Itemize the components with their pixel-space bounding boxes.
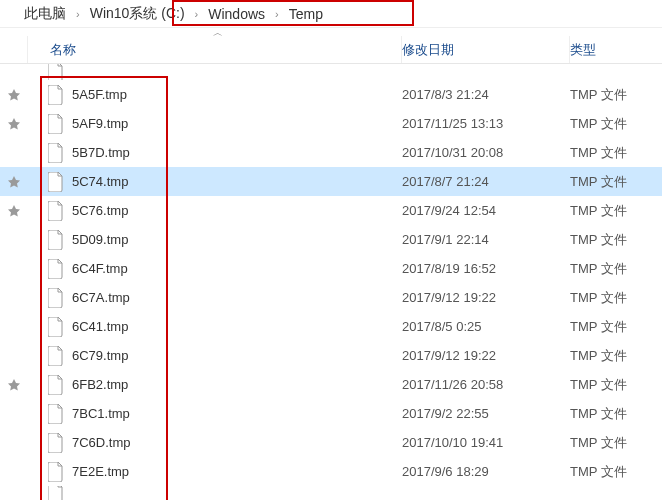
file-date: 2017/9/2 22:55: [402, 406, 570, 421]
pin-icon: [8, 379, 20, 391]
file-type: TMP 文件: [570, 144, 662, 162]
breadcrumb-item[interactable]: 此电脑: [20, 5, 70, 23]
file-date: 2017/8/19 16:52: [402, 261, 570, 276]
file-icon: [48, 375, 64, 395]
file-list: 5A5F.tmp2017/8/3 21:24TMP 文件5AF9.tmp2017…: [0, 64, 662, 500]
file-row[interactable]: [0, 64, 662, 80]
file-row[interactable]: 7BC1.tmp2017/9/2 22:55TMP 文件: [0, 399, 662, 428]
file-type: TMP 文件: [570, 86, 662, 104]
pin-icon: [8, 176, 20, 188]
file-date: 2017/11/26 20:58: [402, 377, 570, 392]
file-type: TMP 文件: [570, 231, 662, 249]
chevron-right-icon: ›: [70, 8, 86, 20]
pin-icon: [8, 205, 20, 217]
file-name: 5D09.tmp: [72, 232, 128, 247]
file-type: TMP 文件: [570, 376, 662, 394]
breadcrumb-item[interactable]: Win10系统 (C:): [86, 5, 189, 23]
file-name: 6FB2.tmp: [72, 377, 128, 392]
column-headers: 名称 修改日期 类型: [0, 36, 662, 64]
file-name: 7BC1.tmp: [72, 406, 130, 421]
file-date: 2017/9/24 12:54: [402, 203, 570, 218]
file-icon: [48, 259, 64, 279]
toolbar-spacer: ︿: [0, 28, 662, 36]
file-icon: [48, 486, 64, 500]
file-row[interactable]: 7C6D.tmp2017/10/10 19:41TMP 文件: [0, 428, 662, 457]
breadcrumb-item[interactable]: Temp: [285, 6, 327, 22]
chevron-up-icon: ︿: [213, 26, 223, 40]
file-type: TMP 文件: [570, 289, 662, 307]
file-row[interactable]: 6FB2.tmp2017/11/26 20:58TMP 文件: [0, 370, 662, 399]
file-name: 6C4F.tmp: [72, 261, 128, 276]
file-row[interactable]: [0, 486, 662, 500]
file-name: 6C41.tmp: [72, 319, 128, 334]
file-name: 5AF9.tmp: [72, 116, 128, 131]
file-date: 2017/8/7 21:24: [402, 174, 570, 189]
file-row[interactable]: 6C41.tmp2017/8/5 0:25TMP 文件: [0, 312, 662, 341]
file-row[interactable]: 5D09.tmp2017/9/1 22:14TMP 文件: [0, 225, 662, 254]
file-type: TMP 文件: [570, 463, 662, 481]
file-icon: [48, 143, 64, 163]
file-icon: [48, 462, 64, 482]
column-pin: [0, 36, 28, 63]
breadcrumb-item[interactable]: Windows: [204, 6, 269, 22]
file-name: 5C74.tmp: [72, 174, 128, 189]
file-date: 2017/9/12 19:22: [402, 290, 570, 305]
file-name: 6C7A.tmp: [72, 290, 130, 305]
file-row[interactable]: 7E2E.tmp2017/9/6 18:29TMP 文件: [0, 457, 662, 486]
file-type: TMP 文件: [570, 347, 662, 365]
file-icon: [48, 201, 64, 221]
file-date: 2017/8/5 0:25: [402, 319, 570, 334]
pin-cell: [0, 379, 28, 391]
file-date: 2017/8/3 21:24: [402, 87, 570, 102]
file-row[interactable]: 5C74.tmp2017/8/7 21:24TMP 文件: [0, 167, 662, 196]
column-type[interactable]: 类型: [570, 36, 662, 63]
pin-icon: [8, 118, 20, 130]
file-date: 2017/10/10 19:41: [402, 435, 570, 450]
file-type: TMP 文件: [570, 173, 662, 191]
file-name: 5C76.tmp: [72, 203, 128, 218]
file-type: TMP 文件: [570, 405, 662, 423]
pin-cell: [0, 176, 28, 188]
file-type: TMP 文件: [570, 318, 662, 336]
chevron-right-icon: ›: [189, 8, 205, 20]
file-date: 2017/9/1 22:14: [402, 232, 570, 247]
file-date: 2017/9/12 19:22: [402, 348, 570, 363]
file-icon: [48, 64, 64, 80]
file-date: 2017/9/6 18:29: [402, 464, 570, 479]
file-icon: [48, 317, 64, 337]
breadcrumb: 此电脑›Win10系统 (C:)›Windows›Temp: [0, 0, 662, 28]
file-type: TMP 文件: [570, 260, 662, 278]
file-icon: [48, 433, 64, 453]
file-icon: [48, 404, 64, 424]
file-name: 6C79.tmp: [72, 348, 128, 363]
file-name: 7E2E.tmp: [72, 464, 129, 479]
file-icon: [48, 346, 64, 366]
file-row[interactable]: 5B7D.tmp2017/10/31 20:08TMP 文件: [0, 138, 662, 167]
file-date: 2017/11/25 13:13: [402, 116, 570, 131]
file-type: TMP 文件: [570, 202, 662, 220]
pin-cell: [0, 205, 28, 217]
file-row[interactable]: 5AF9.tmp2017/11/25 13:13TMP 文件: [0, 109, 662, 138]
column-date[interactable]: 修改日期: [402, 36, 570, 63]
pin-icon: [8, 89, 20, 101]
file-name: 5B7D.tmp: [72, 145, 130, 160]
file-icon: [48, 114, 64, 134]
file-row[interactable]: 5C76.tmp2017/9/24 12:54TMP 文件: [0, 196, 662, 225]
file-row[interactable]: 6C7A.tmp2017/9/12 19:22TMP 文件: [0, 283, 662, 312]
file-name: 7C6D.tmp: [72, 435, 131, 450]
file-name: 5A5F.tmp: [72, 87, 127, 102]
file-icon: [48, 230, 64, 250]
file-type: TMP 文件: [570, 434, 662, 452]
file-type: TMP 文件: [570, 115, 662, 133]
file-row[interactable]: 5A5F.tmp2017/8/3 21:24TMP 文件: [0, 80, 662, 109]
file-icon: [48, 85, 64, 105]
pin-cell: [0, 89, 28, 101]
file-row[interactable]: 6C4F.tmp2017/8/19 16:52TMP 文件: [0, 254, 662, 283]
pin-cell: [0, 118, 28, 130]
file-icon: [48, 288, 64, 308]
file-icon: [48, 172, 64, 192]
file-date: 2017/10/31 20:08: [402, 145, 570, 160]
chevron-right-icon: ›: [269, 8, 285, 20]
file-row[interactable]: 6C79.tmp2017/9/12 19:22TMP 文件: [0, 341, 662, 370]
column-name[interactable]: 名称: [28, 36, 402, 63]
